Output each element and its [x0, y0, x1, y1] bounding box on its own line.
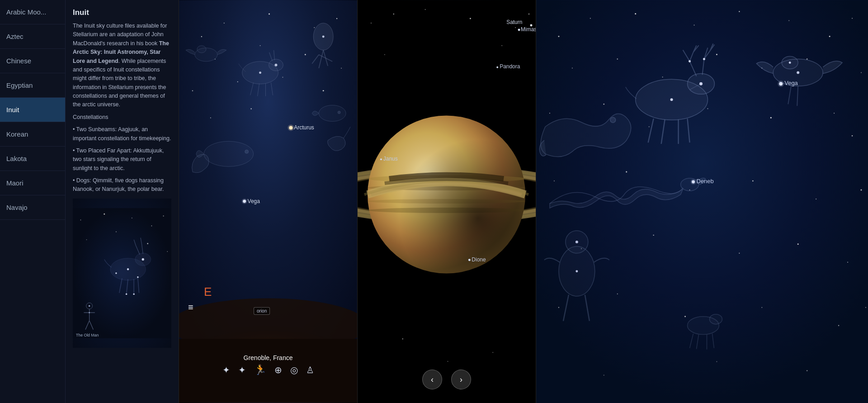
svg-point-63 [338, 111, 340, 114]
sky-culture-panel: Arabic Moo... Aztec Chinese Egyptian Inu… [0, 0, 179, 403]
svg-point-119 [662, 76, 663, 77]
saturn-svg: Saturn Mimas Pandora Janus Dione [358, 0, 536, 403]
svg-point-43 [192, 90, 193, 91]
svg-point-84 [447, 361, 448, 362]
svg-point-144 [684, 316, 686, 317]
svg-point-17 [127, 268, 129, 270]
saturn-view: Saturn Mimas Pandora Janus Dione ‹ › [358, 0, 536, 403]
svg-text:Deneb: Deneb [697, 178, 714, 185]
svg-point-140 [797, 243, 799, 245]
svg-point-179 [797, 71, 799, 74]
svg-point-123 [861, 72, 862, 73]
sky-view-panel: Arcturus Vega ≡ E Grenoble, France ✦ ✦ 🏃… [179, 0, 357, 403]
svg-point-135 [816, 199, 816, 199]
svg-point-35 [224, 23, 225, 24]
svg-point-174 [670, 98, 673, 101]
constellation-lines-icon[interactable]: ✦ [222, 365, 230, 375]
culture-item-arabic[interactable]: Arabic Moo... [0, 0, 65, 24]
svg-point-46 [323, 90, 324, 91]
culture-item-inuit[interactable]: Inuit [0, 98, 65, 122]
svg-point-109 [558, 36, 559, 37]
svg-point-143 [617, 294, 618, 294]
svg-point-20 [133, 293, 134, 294]
culture-title: Inuit [73, 8, 171, 17]
constellation-art-svg: Vega Deneb [536, 0, 868, 403]
svg-point-131 [554, 180, 555, 181]
sky-svg: Arcturus Vega [179, 0, 357, 403]
svg-point-134 [752, 180, 753, 181]
svg-point-175 [689, 60, 691, 62]
svg-point-6 [86, 239, 87, 240]
svg-point-176 [703, 58, 705, 60]
culture-list: Arabic Moo... Aztec Chinese Egyptian Inu… [0, 0, 66, 403]
saturn-panel: Saturn Mimas Pandora Janus Dione ‹ › [357, 0, 536, 403]
svg-point-3 [132, 218, 132, 218]
svg-point-182 [778, 81, 784, 87]
svg-point-19 [137, 276, 138, 278]
svg-point-120 [716, 54, 717, 55]
running-figure-icon[interactable]: 🏃 [254, 364, 266, 376]
svg-point-114 [788, 20, 789, 21]
svg-text:Pandora: Pandora [500, 63, 520, 70]
svg-point-40 [260, 45, 261, 46]
constellation-art-panel: Vega Deneb [536, 0, 868, 403]
svg-point-117 [572, 67, 573, 68]
svg-text:Vega: Vega [784, 80, 798, 86]
landscape-icon[interactable]: ♙ [306, 365, 314, 375]
svg-point-115 [829, 36, 830, 37]
constellation-art-icon[interactable]: ✦ [238, 365, 246, 375]
svg-point-16 [142, 258, 144, 261]
globe-icon[interactable]: ⊕ [274, 365, 282, 375]
svg-point-2 [104, 213, 105, 215]
svg-point-62 [319, 105, 346, 122]
culture-description: The Inuit sky culture files available fo… [73, 22, 171, 109]
culture-detail: Inuit The Inuit sky culture files availa… [66, 0, 179, 403]
svg-point-86 [492, 352, 493, 353]
svg-point-27 [89, 305, 90, 306]
culture-item-aztec[interactable]: Aztec [0, 24, 65, 49]
svg-point-21 [126, 293, 127, 294]
culture-item-chinese[interactable]: Chinese [0, 49, 65, 73]
svg-point-70 [288, 124, 294, 131]
svg-point-128 [770, 117, 772, 119]
constellation-canvas: The Old Man [73, 199, 171, 348]
sky-menu-icon[interactable]: ≡ [188, 302, 193, 313]
east-direction-label: E [204, 285, 212, 299]
culture-item-navajo[interactable]: Navajo [0, 195, 65, 220]
svg-point-149 [807, 370, 807, 371]
culture-item-korean[interactable]: Korean [0, 122, 65, 147]
sky-location: Grenoble, France [244, 354, 293, 361]
svg-point-147 [865, 307, 866, 308]
svg-point-61 [197, 46, 206, 53]
culture-item-maori[interactable]: Maori [0, 171, 65, 195]
svg-point-9 [167, 251, 168, 252]
svg-text:Mimas: Mimas [521, 26, 536, 33]
svg-point-38 [336, 18, 337, 19]
svg-point-141 [847, 262, 848, 263]
svg-text:Saturn: Saturn [506, 19, 522, 25]
svg-point-146 [838, 325, 839, 326]
svg-point-77 [393, 14, 394, 14]
svg-point-36 [269, 14, 270, 15]
culture-item-egyptian[interactable]: Egyptian [0, 73, 65, 98]
svg-point-82 [384, 54, 385, 55]
svg-point-110 [590, 18, 591, 19]
svg-point-145 [761, 307, 762, 308]
svg-point-42 [341, 68, 342, 69]
constellation-art-view: Vega Deneb [536, 0, 868, 403]
svg-point-162 [681, 178, 699, 191]
saturn-prev-button[interactable]: ‹ [422, 370, 442, 389]
compass-icon[interactable]: ◎ [290, 365, 298, 375]
svg-point-142 [558, 307, 559, 308]
svg-point-148 [716, 361, 717, 362]
svg-point-106 [468, 259, 471, 261]
svg-text:The Old Man: The Old Man [76, 333, 99, 337]
culture-bullet-2: • Two Placed Far Apart: Akkuttujuuk, two… [73, 147, 171, 173]
svg-text:Vega: Vega [248, 198, 260, 204]
svg-point-48 [250, 108, 251, 109]
saturn-next-button[interactable]: › [451, 370, 471, 389]
svg-point-102 [496, 66, 498, 68]
culture-item-lakota[interactable]: Lakota [0, 147, 65, 171]
svg-point-124 [549, 113, 550, 114]
svg-point-80 [515, 27, 516, 28]
